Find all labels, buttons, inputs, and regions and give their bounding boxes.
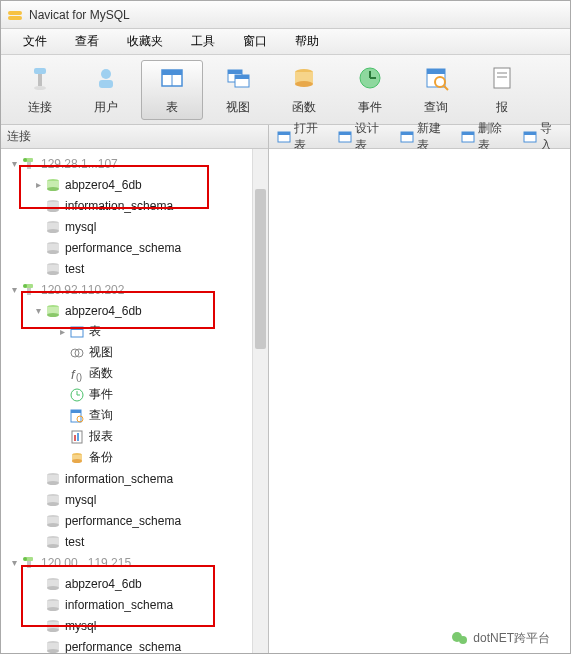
tree-node[interactable]: 视图 bbox=[3, 342, 268, 363]
svg-point-74 bbox=[47, 502, 59, 506]
new-table-icon bbox=[400, 130, 414, 144]
svg-point-29 bbox=[23, 158, 27, 162]
toolbar-connection-button[interactable]: 连接 bbox=[9, 60, 71, 120]
view-icon bbox=[224, 64, 252, 95]
tree-node[interactable]: mysql bbox=[3, 615, 268, 636]
svg-point-71 bbox=[47, 481, 59, 485]
db-grey-icon bbox=[45, 219, 61, 235]
tree-node[interactable]: information_schema bbox=[3, 594, 268, 615]
tree-node[interactable]: performance_schema bbox=[3, 237, 268, 258]
db-grey-icon bbox=[45, 618, 61, 634]
svg-rect-21 bbox=[427, 69, 445, 74]
server-on-icon bbox=[21, 555, 37, 571]
svg-point-68 bbox=[72, 459, 82, 463]
svg-rect-104 bbox=[401, 132, 413, 135]
tree-label: 120.92.110.202 bbox=[41, 283, 124, 297]
db-grey-icon bbox=[45, 513, 61, 529]
toolbar-report-button[interactable]: 报 bbox=[471, 60, 533, 120]
tree-node[interactable]: test bbox=[3, 531, 268, 552]
twisty-icon[interactable]: ▸ bbox=[31, 179, 45, 190]
menu-item-2[interactable]: 收藏夹 bbox=[113, 29, 177, 54]
main-area bbox=[269, 149, 570, 654]
main-toolbar-open-table-button[interactable]: 打开表 bbox=[269, 126, 330, 148]
fn-icon: f() bbox=[69, 366, 85, 382]
tree-label: mysql bbox=[65, 220, 96, 234]
tree-node[interactable]: ▾abpzero4_6db bbox=[3, 300, 268, 321]
tree-label: 备份 bbox=[89, 449, 113, 466]
twisty-icon[interactable]: ▸ bbox=[55, 326, 69, 337]
svg-rect-108 bbox=[524, 132, 536, 135]
menu-item-3[interactable]: 工具 bbox=[177, 29, 229, 54]
tree-node[interactable]: mysql bbox=[3, 216, 268, 237]
tree-scrollbar[interactable] bbox=[252, 149, 268, 654]
menu-item-4[interactable]: 窗口 bbox=[229, 29, 281, 54]
svg-point-50 bbox=[47, 313, 59, 317]
menu-item-5[interactable]: 帮助 bbox=[281, 29, 333, 54]
svg-rect-6 bbox=[99, 80, 113, 88]
footer-text: dotNET跨平台 bbox=[473, 630, 550, 647]
tree-label: information_schema bbox=[65, 199, 173, 213]
tree-node[interactable]: information_schema bbox=[3, 468, 268, 489]
svg-point-41 bbox=[47, 250, 59, 254]
tree-label: abpzero4_6db bbox=[65, 577, 142, 591]
db-grey-icon bbox=[45, 534, 61, 550]
menubar: 文件查看收藏夹工具窗口帮助 bbox=[1, 29, 570, 55]
tree-node[interactable]: f()函数 bbox=[3, 363, 268, 384]
tree-node[interactable]: test bbox=[3, 258, 268, 279]
tree-node[interactable]: information_schema bbox=[3, 195, 268, 216]
tree-label: 报表 bbox=[89, 428, 113, 445]
toolbar-label: 查询 bbox=[424, 99, 448, 116]
tree-label: 查询 bbox=[89, 407, 113, 424]
tree-node[interactable]: abpzero4_6db bbox=[3, 573, 268, 594]
db-green-icon bbox=[45, 303, 61, 319]
tree-node[interactable]: 备份 bbox=[3, 447, 268, 468]
tree-node[interactable]: ▾120.92.110.202 bbox=[3, 279, 268, 300]
tree-node[interactable]: 查询 bbox=[3, 405, 268, 426]
twisty-icon[interactable]: ▾ bbox=[7, 158, 21, 169]
toolbar-view-button[interactable]: 视图 bbox=[207, 60, 269, 120]
main-toolbar-new-table-button[interactable]: 新建表 bbox=[392, 126, 453, 148]
tree-node[interactable]: 事件 bbox=[3, 384, 268, 405]
tree-node[interactable]: mysql bbox=[3, 489, 268, 510]
twisty-icon[interactable]: ▾ bbox=[31, 305, 45, 316]
svg-point-83 bbox=[23, 557, 27, 561]
tree-node[interactable]: performance_schema bbox=[3, 510, 268, 531]
tree-label: test bbox=[65, 262, 84, 276]
tree-node[interactable]: 报表 bbox=[3, 426, 268, 447]
main-toolbar-design-table-button[interactable]: 设计表 bbox=[330, 126, 391, 148]
svg-point-44 bbox=[47, 271, 59, 275]
toolbar-user-button[interactable]: 用户 bbox=[75, 60, 137, 120]
main-toolbar-import-button[interactable]: 导入 bbox=[515, 126, 566, 148]
svg-point-77 bbox=[47, 523, 59, 527]
svg-point-38 bbox=[47, 229, 59, 233]
footer: dotNET跨平台 bbox=[451, 629, 550, 647]
toolbar: 连接用户表视图函数事件查询报 bbox=[1, 55, 570, 125]
main-panel: 打开表设计表新建表删除表导入 bbox=[269, 125, 570, 654]
tree-node[interactable]: ▾120.00...119.215 bbox=[3, 552, 268, 573]
tree-node[interactable]: ▸表 bbox=[3, 321, 268, 342]
toolbar-table-button[interactable]: 表 bbox=[141, 60, 203, 120]
server-on-icon bbox=[21, 282, 37, 298]
svg-rect-24 bbox=[494, 68, 510, 88]
menu-item-0[interactable]: 文件 bbox=[9, 29, 61, 54]
titlebar: Navicat for MySQL bbox=[1, 1, 570, 29]
tree-label: test bbox=[65, 535, 84, 549]
tree-node[interactable]: ▸abpzero4_6db bbox=[3, 174, 268, 195]
twisty-icon[interactable]: ▾ bbox=[7, 284, 21, 295]
toolbar-function-button[interactable]: 函数 bbox=[273, 60, 335, 120]
svg-rect-13 bbox=[235, 75, 249, 79]
toolbar-label: 函数 bbox=[292, 99, 316, 116]
tree-node[interactable]: ▾129.28.1...107 bbox=[3, 153, 268, 174]
svg-point-35 bbox=[47, 208, 59, 212]
main-toolbar-delete-table-button[interactable]: 删除表 bbox=[453, 126, 514, 148]
window-title: Navicat for MySQL bbox=[29, 8, 130, 22]
db-grey-icon bbox=[45, 471, 61, 487]
toolbar-query-button[interactable]: 查询 bbox=[405, 60, 467, 120]
svg-point-92 bbox=[47, 628, 59, 632]
tree-node[interactable]: performance_schema bbox=[3, 636, 268, 654]
twisty-icon[interactable]: ▾ bbox=[7, 557, 21, 568]
menu-item-1[interactable]: 查看 bbox=[61, 29, 113, 54]
svg-point-47 bbox=[23, 284, 27, 288]
toolbar-event-button[interactable]: 事件 bbox=[339, 60, 401, 120]
svg-line-23 bbox=[444, 86, 448, 90]
